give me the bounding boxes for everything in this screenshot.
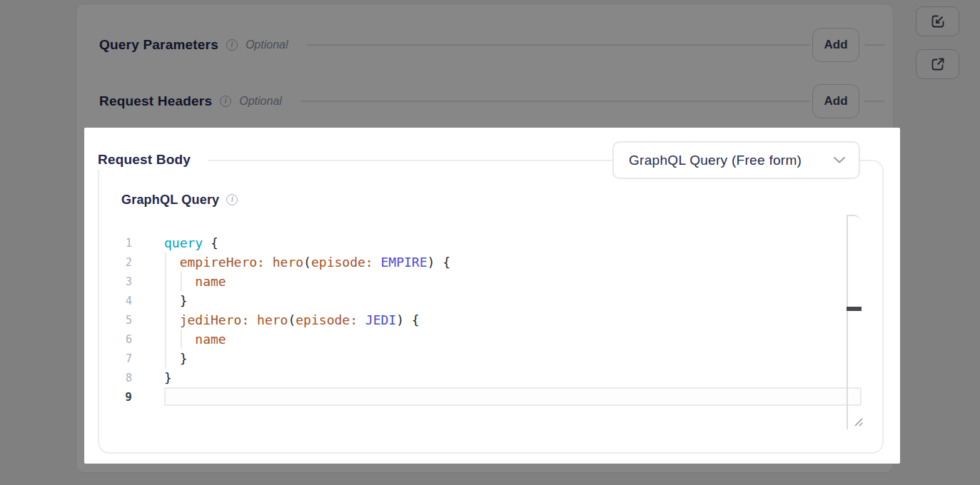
code-token: query — [164, 235, 203, 250]
code-text: query { — [164, 233, 218, 252]
code-line[interactable]: 8 } — [98, 368, 877, 387]
code-token: } — [180, 293, 188, 308]
request-body-legend: Request Body — [84, 150, 208, 170]
code-token: ( — [288, 312, 295, 327]
code-text: } — [164, 349, 188, 368]
code-token: jediHero: — [180, 312, 250, 327]
code-token: ( — [303, 255, 311, 270]
code-token — [164, 274, 195, 289]
line-number: 9 — [98, 390, 132, 404]
line-number: 6 — [98, 333, 132, 346]
code-token — [164, 293, 180, 308]
editor-scrollbar-track — [847, 215, 861, 429]
code-token: EMPIRE — [381, 255, 428, 270]
code-token — [265, 255, 273, 270]
code-token — [164, 312, 180, 327]
editor-scrollbar-thumb[interactable] — [847, 307, 862, 311]
active-line-highlight — [164, 387, 862, 406]
code-token: { — [203, 235, 218, 250]
line-number: 8 — [98, 372, 132, 384]
request-body-label: Request Body — [98, 152, 191, 168]
code-token: episode: — [311, 255, 373, 270]
code-token — [358, 312, 365, 327]
line-number: 3 — [98, 275, 132, 288]
code-token: hero — [257, 312, 288, 327]
code-text: name — [164, 272, 226, 291]
code-text: empireHero: hero(episode: EMPIRE) { — [164, 252, 450, 272]
code-token: ) { — [428, 255, 451, 270]
code-token: ) { — [396, 312, 420, 327]
graphql-query-editor[interactable]: 1 query { 2 empireHero: hero(episode: EM… — [98, 233, 877, 407]
code-token: hero — [273, 255, 303, 270]
line-number: 4 — [98, 295, 132, 307]
code-text: } — [164, 291, 188, 310]
body-type-select[interactable]: GraphQL Query (Free form) — [612, 141, 860, 179]
code-token: episode: — [295, 312, 358, 327]
code-text: } — [164, 368, 172, 387]
code-line[interactable]: 5 jediHero: hero(episode: JEDI) { — [98, 310, 877, 330]
code-token: name — [195, 332, 226, 347]
code-line[interactable]: 2 empireHero: hero(episode: EMPIRE) { — [98, 252, 877, 272]
code-text: jediHero: hero(episode: JEDI) { — [164, 310, 420, 330]
code-token: } — [180, 351, 188, 366]
code-line[interactable]: 6 name — [98, 330, 877, 349]
line-number: 1 — [98, 237, 132, 250]
line-number: 7 — [98, 352, 132, 365]
code-token — [249, 312, 257, 327]
editor-resize-grip[interactable] — [852, 416, 864, 430]
code-token: name — [195, 274, 226, 289]
code-line[interactable]: 4 } — [98, 291, 877, 310]
code-token — [373, 255, 381, 270]
code-token — [164, 332, 195, 347]
body-type-value: GraphQL Query (Free form) — [629, 153, 833, 168]
code-token: } — [164, 370, 172, 385]
code-text: name — [164, 330, 226, 349]
code-line[interactable]: 7 } — [98, 349, 877, 368]
code-token: JEDI — [365, 312, 396, 327]
chevron-down-icon — [833, 156, 846, 164]
info-icon: i — [226, 194, 238, 205]
code-token: empireHero: — [180, 255, 265, 270]
code-line[interactable]: 9 — [98, 387, 877, 407]
code-token — [164, 255, 180, 270]
code-line[interactable]: 3 name — [98, 272, 877, 291]
graphql-query-label: GraphQL Query — [121, 193, 219, 208]
line-number: 2 — [98, 256, 132, 269]
code-token — [164, 351, 180, 366]
line-number: 5 — [98, 314, 132, 327]
code-line[interactable]: 1 query { — [98, 233, 877, 252]
resize-grip-icon — [852, 416, 864, 427]
graphql-query-field-header: GraphQL Query i — [121, 191, 246, 208]
request-body-panel: Request Body GraphQL Query (Free form) G… — [84, 128, 900, 464]
